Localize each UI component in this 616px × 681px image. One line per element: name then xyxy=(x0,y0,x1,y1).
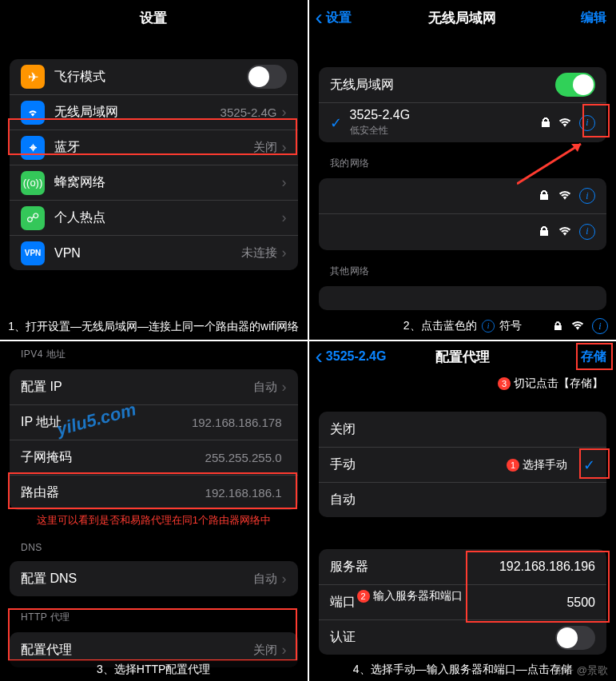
row-wifi[interactable]: 无线局域网 3525-2.4G xyxy=(10,94,298,129)
row-cellular[interactable]: ((o)) 蜂窝网络 xyxy=(10,165,298,200)
panel-settings: 设置 ✈︎ 飞行模式 无线局域网 3525-2.4G ⌖ 蓝牙 关闭 ((o))… xyxy=(0,0,308,340)
row-manual[interactable]: 手动 1 选择手动 ✓ xyxy=(319,447,607,482)
wifi-group: 无线局域网 ✓ 3525-2.4G 低安全性 🔒︎ i xyxy=(319,67,607,142)
caption: 1、打开设置—无线局域网—连接上同一个路由器的wifi网络 xyxy=(0,317,308,337)
mask-label: 子网掩码 xyxy=(21,449,205,466)
back-button[interactable]: 3525-2.4G xyxy=(316,349,387,364)
edit-button[interactable]: 编辑 xyxy=(581,10,606,26)
dns-value: 自动 xyxy=(253,571,277,587)
proxy-mode-group: 关闭 手动 1 选择手动 ✓ 自动 xyxy=(319,412,607,517)
info-icon-caption: i xyxy=(482,320,495,333)
airplane-toggle[interactable] xyxy=(247,65,287,89)
dns-label: 配置 DNS xyxy=(21,571,253,587)
info-icon[interactable]: i xyxy=(579,115,595,131)
vpn-label: VPN xyxy=(54,246,241,261)
panel-wifi: 设置 无线局域网 编辑 无线局域网 ✓ 3525-2.4G 低安全性 🔒︎ i … xyxy=(309,0,617,340)
chevron-icon xyxy=(282,209,287,226)
page-title: 无线局域网 xyxy=(428,9,496,27)
bluetooth-icon: ⌖ xyxy=(21,136,45,160)
manual-label: 手动 xyxy=(330,456,507,473)
wifi-value: 3525-2.4G xyxy=(221,106,277,119)
wifi-toggle-label: 无线局域网 xyxy=(330,77,556,94)
wifi-signal-icon xyxy=(558,191,571,201)
section-other-networks: 其他网络 xyxy=(330,265,596,278)
row-hotspot[interactable]: ☍ 个人热点 xyxy=(10,200,298,235)
section-dns: DNS xyxy=(21,542,287,553)
page-title: 设置 xyxy=(140,9,167,27)
panel-ipv4: IPV4 地址 配置 IP 自动 IP 地址 192.168.186.178 子… xyxy=(0,341,308,681)
wifi-signal-icon xyxy=(558,227,571,237)
ipv4-group: 配置 IP 自动 IP 地址 192.168.186.178 子网掩码 255.… xyxy=(10,369,298,510)
lock-icon: 🔒︎ xyxy=(538,225,550,239)
row-auto[interactable]: 自动 xyxy=(319,482,607,517)
info-icon[interactable]: i xyxy=(592,318,608,334)
row-wifi-toggle: 无线局域网 xyxy=(319,67,607,102)
info-icon[interactable]: i xyxy=(579,188,595,204)
checkmark-icon: ✓ xyxy=(583,456,595,474)
caption: 3、选择HTTP配置代理 xyxy=(0,660,308,679)
hotspot-label: 个人热点 xyxy=(54,209,282,226)
row-ip-address: IP 地址 192.168.186.178 xyxy=(10,404,298,440)
config-ip-label: 配置 IP xyxy=(21,379,253,396)
save-button[interactable]: 存储 xyxy=(581,348,606,365)
watermark-zhihu: 知乎 @景歌 xyxy=(553,663,608,678)
server-value[interactable]: 192.168.186.196 xyxy=(499,560,595,574)
checkmark-icon: ✓ xyxy=(330,114,342,132)
cell-label: 蜂窝网络 xyxy=(54,174,282,191)
router-value: 192.168.186.1 xyxy=(205,486,282,500)
off-label: 关闭 xyxy=(330,421,596,438)
header: 3525-2.4G 配置代理 存储 xyxy=(309,341,617,372)
row-vpn[interactable]: VPN VPN 未连接 xyxy=(10,235,298,270)
vpn-value: 未连接 xyxy=(241,245,277,261)
row-config-dns[interactable]: 配置 DNS 自动 xyxy=(10,561,298,596)
port-value[interactable]: 5500 xyxy=(566,595,595,610)
hotspot-icon: ☍ xyxy=(21,206,45,230)
cellular-icon: ((o)) xyxy=(21,171,45,195)
back-button[interactable]: 设置 xyxy=(316,10,352,26)
auto-label: 自动 xyxy=(330,492,596,508)
badge-2: 2 xyxy=(357,590,370,603)
row-router: 路由器 192.168.186.1 xyxy=(10,475,298,510)
wifi-signal-icon xyxy=(571,321,584,331)
row-bluetooth[interactable]: ⌖ 蓝牙 关闭 xyxy=(10,129,298,165)
row-config-ip[interactable]: 配置 IP 自动 xyxy=(10,369,298,404)
section-ipv4: IPV4 地址 xyxy=(21,348,287,361)
airplane-label: 飞行模式 xyxy=(54,69,247,86)
manual-tip: 选择手动 xyxy=(523,458,567,472)
row-auth: 认证 xyxy=(319,619,607,655)
row-subnet: 子网掩码 255.255.255.0 xyxy=(10,440,298,475)
chevron-icon xyxy=(282,245,287,261)
dns-group: 配置 DNS 自动 xyxy=(10,561,298,596)
page-title: 配置代理 xyxy=(435,348,490,366)
panel-proxy-config: 3525-2.4G 配置代理 存储 3切记点击【存储】 关闭 手动 1 选择手动… xyxy=(309,341,617,681)
row-network-2[interactable]: 🔒︎ i xyxy=(319,213,607,249)
mask-value: 255.255.255.0 xyxy=(205,451,282,464)
row-server[interactable]: 服务器 192.168.186.196 xyxy=(319,549,607,584)
lock-icon: 🔒︎ xyxy=(539,116,552,130)
auth-label: 认证 xyxy=(330,629,556,646)
section-http-proxy: HTTP 代理 xyxy=(21,611,287,624)
row-off[interactable]: 关闭 xyxy=(319,412,607,447)
auth-toggle[interactable] xyxy=(555,626,595,650)
config-ip-value: 自动 xyxy=(253,380,277,395)
lock-icon: 🔒︎ xyxy=(538,189,550,203)
bt-value: 关闭 xyxy=(253,140,277,155)
other-networks-group xyxy=(319,286,607,310)
badge-1: 1 xyxy=(507,459,519,472)
vpn-icon: VPN xyxy=(21,241,45,265)
chevron-icon xyxy=(282,174,287,191)
chevron-icon xyxy=(282,139,287,156)
input-tip: 2输入服务器和端口 xyxy=(357,589,463,603)
airplane-icon: ✈︎ xyxy=(21,65,45,89)
row-connected-network[interactable]: ✓ 3525-2.4G 低安全性 🔒︎ i xyxy=(319,102,607,142)
wifi-toggle[interactable] xyxy=(555,73,595,97)
row-airplane[interactable]: ✈︎ 飞行模式 xyxy=(10,59,298,94)
proxy-label: 配置代理 xyxy=(21,642,253,659)
settings-group: ✈︎ 飞行模式 无线局域网 3525-2.4G ⌖ 蓝牙 关闭 ((o)) 蜂窝… xyxy=(10,59,298,270)
network-subtitle: 低安全性 xyxy=(350,124,540,137)
chevron-icon xyxy=(282,642,287,659)
server-label: 服务器 xyxy=(330,559,499,575)
info-icon[interactable]: i xyxy=(579,224,595,240)
chevron-icon xyxy=(282,571,287,587)
bt-label: 蓝牙 xyxy=(54,139,253,156)
